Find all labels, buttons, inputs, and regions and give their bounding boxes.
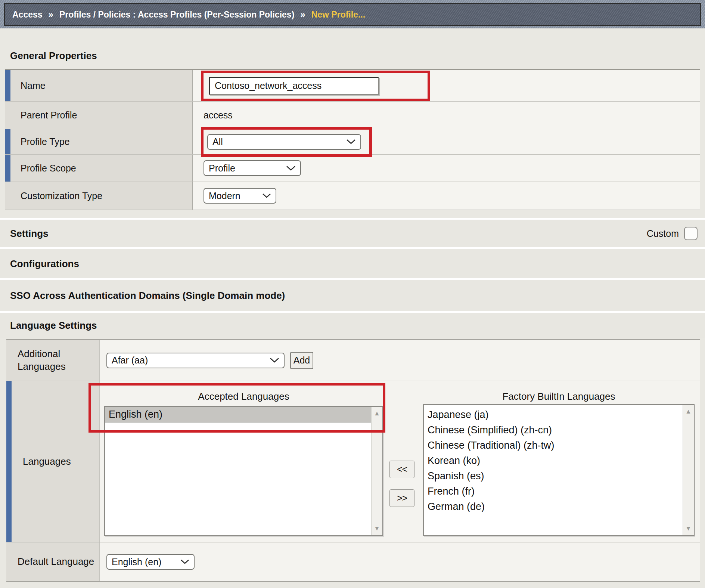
scrollbar[interactable]: ▲ ▼ — [371, 407, 382, 535]
row-marker — [5, 182, 10, 210]
profile-scope-select[interactable]: Profile — [204, 160, 301, 176]
chevron-down-icon — [262, 193, 271, 198]
customization-type-select[interactable]: Modern — [204, 188, 276, 204]
configurations-title: Configurations — [10, 258, 79, 270]
profile-scope-value-cell: Profile — [192, 155, 700, 182]
configurations-section-header: Configurations — [0, 249, 705, 278]
scroll-up-icon[interactable]: ▲ — [374, 410, 380, 417]
language-settings-table: Additional Languages Afar (aa) Add Langu… — [6, 339, 700, 582]
sso-title: SSO Across Authentication Domains (Singl… — [10, 290, 285, 301]
breadcrumb: Access » Profiles / Policies : Access Pr… — [4, 3, 701, 26]
profile-type-label-cell: Profile Type — [5, 129, 192, 154]
table-row: Additional Languages Afar (aa) Add — [6, 340, 700, 381]
language-settings-title: Language Settings — [10, 320, 97, 331]
factory-language-option[interactable]: Spanish (es) — [424, 468, 682, 484]
customization-type-value-cell: Modern — [192, 182, 700, 210]
chevron-down-icon — [270, 358, 279, 363]
factory-languages-listbox[interactable]: Japanese (ja) Chinese (Simplified) (zh-c… — [423, 404, 695, 536]
additional-languages-value-cell: Afar (aa) Add — [100, 340, 700, 381]
settings-section-header: Settings Custom — [0, 220, 705, 247]
chevron-down-icon — [346, 139, 356, 145]
customization-type-label-cell: Customization Type — [5, 182, 192, 210]
factory-language-option[interactable]: French (fr) — [424, 484, 682, 499]
parent-profile-label: Parent Profile — [10, 102, 77, 129]
breadcrumb-path[interactable]: Profiles / Policies : Access Profiles (P… — [59, 10, 294, 20]
factory-language-option[interactable]: Chinese (Simplified) (zh-cn) — [424, 423, 682, 438]
breadcrumb-current-page: New Profile... — [311, 10, 365, 20]
additional-language-select[interactable]: Afar (aa) — [106, 353, 285, 368]
general-properties-title: General Properties — [10, 50, 97, 62]
profile-type-select[interactable]: All — [207, 134, 361, 150]
required-marker — [5, 155, 10, 182]
additional-language-selected-value: Afar (aa) — [112, 355, 148, 366]
languages-label: Languages — [6, 381, 71, 542]
additional-languages-label: Additional Languages — [6, 340, 99, 381]
custom-checkbox[interactable] — [684, 227, 698, 240]
profile-scope-selected-value: Profile — [209, 163, 235, 174]
factory-language-option[interactable]: German (de) — [424, 499, 682, 514]
section-bands: Settings Custom Configurations SSO Acros… — [0, 218, 705, 338]
languages-label-cell: Languages — [6, 381, 100, 542]
languages-value-cell: Accepted Languages Factory BuiltIn Langu… — [100, 381, 700, 542]
row-marker — [5, 102, 10, 129]
breadcrumb-section[interactable]: Access — [12, 10, 43, 20]
table-row: Default Language English (en) — [6, 542, 700, 581]
table-row: Customization Type Modern — [5, 182, 700, 210]
profile-scope-label: Profile Scope — [10, 155, 76, 182]
default-language-select[interactable]: English (en) — [106, 554, 195, 570]
default-language-label: Default Language — [6, 542, 94, 581]
profile-scope-label-cell: Profile Scope — [5, 155, 192, 182]
parent-profile-label-cell: Parent Profile — [5, 102, 192, 129]
general-properties-table: Name Parent Profile access Profile Type … — [5, 69, 700, 210]
profile-type-selected-value: All — [212, 136, 223, 147]
language-settings-section-header: Language Settings — [0, 313, 705, 338]
required-marker — [5, 129, 10, 154]
customization-type-selected-value: Modern — [209, 191, 240, 201]
additional-languages-label-cell: Additional Languages — [6, 340, 100, 381]
accepted-language-option[interactable]: English (en) — [105, 407, 371, 423]
sso-section-header: SSO Across Authentication Domains (Singl… — [0, 280, 705, 311]
factory-language-option[interactable]: Chinese (Traditional) (zh-tw) — [424, 438, 682, 453]
annotation-box — [201, 71, 430, 101]
default-language-value-cell: English (en) — [100, 542, 700, 581]
accepted-languages-listbox[interactable]: English (en) ▲ ▼ — [104, 406, 383, 536]
scroll-down-icon[interactable]: ▼ — [374, 525, 380, 532]
table-row: Profile Scope Profile — [5, 155, 700, 182]
profile-type-label: Profile Type — [10, 129, 70, 154]
parent-profile-value-cell: access — [192, 102, 700, 129]
name-label: Name — [10, 70, 46, 101]
scroll-up-icon[interactable]: ▲ — [685, 408, 692, 415]
default-language-label-cell: Default Language — [6, 542, 100, 581]
required-marker — [5, 70, 10, 101]
scrollbar[interactable]: ▲ ▼ — [683, 405, 694, 535]
scroll-down-icon[interactable]: ▼ — [685, 525, 692, 532]
name-label-cell: Name — [5, 70, 192, 101]
name-value-cell — [192, 70, 700, 101]
required-marker — [6, 381, 12, 542]
factory-builtin-languages-title: Factory BuiltIn Languages — [423, 391, 695, 402]
factory-language-option[interactable]: Japanese (ja) — [424, 407, 682, 423]
parent-profile-value: access — [204, 110, 233, 121]
settings-title: Settings — [10, 228, 49, 239]
top-banner: Access » Profiles / Policies : Access Pr… — [0, 0, 705, 28]
annotation-box: All — [201, 127, 372, 157]
table-row: Languages Accepted Languages Factory Bui… — [6, 381, 700, 542]
profile-type-value-cell: All — [192, 129, 700, 154]
default-language-selected-value: English (en) — [112, 557, 161, 567]
table-row: Parent Profile access — [5, 102, 700, 129]
custom-label: Custom — [647, 228, 679, 239]
chevron-right-icon: » — [49, 9, 53, 20]
add-language-button[interactable]: Add — [290, 352, 313, 369]
chevron-down-icon — [180, 559, 189, 564]
customization-type-label: Customization Type — [10, 182, 102, 210]
accepted-languages-title: Accepted Languages — [104, 391, 383, 402]
chevron-right-icon: » — [300, 9, 305, 20]
table-row: Profile Type All — [5, 129, 700, 155]
factory-language-option[interactable]: Korean (ko) — [424, 453, 682, 468]
move-to-accepted-button[interactable]: << — [389, 461, 414, 478]
profile-name-input[interactable] — [209, 77, 379, 95]
chevron-down-icon — [286, 165, 296, 171]
move-to-factory-button[interactable]: >> — [389, 489, 414, 507]
table-row: Name — [5, 70, 700, 102]
